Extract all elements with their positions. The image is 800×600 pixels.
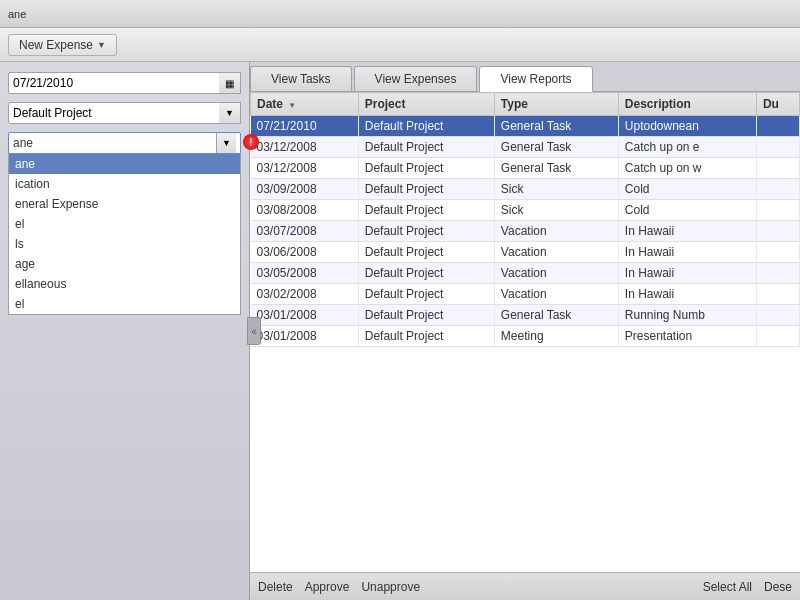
- table-container: Date ▼ Project Type Description: [250, 92, 800, 572]
- cell-project: Default Project: [358, 305, 494, 326]
- left-panel: « ▦ ▼ ane ▼ ane ic: [0, 62, 250, 600]
- tab-view-tasks[interactable]: View Tasks: [250, 66, 352, 91]
- select-all-button[interactable]: Select All: [703, 580, 752, 594]
- cell-type: Vacation: [494, 284, 618, 305]
- cell-project: Default Project: [358, 221, 494, 242]
- tab-view-tasks-label: View Tasks: [271, 72, 331, 86]
- cell-description: In Hawaii: [618, 221, 756, 242]
- tab-view-reports[interactable]: View Reports: [479, 66, 592, 92]
- cell-date: 03/01/2008: [251, 326, 359, 347]
- cell-du: [756, 284, 799, 305]
- cell-date: 03/07/2008: [251, 221, 359, 242]
- type-field: ane ▼ ane ication eneral Expense el ls a…: [8, 132, 241, 154]
- cell-du: [756, 158, 799, 179]
- table-row[interactable]: 07/21/2010Default ProjectGeneral TaskUpt…: [251, 116, 800, 137]
- cell-du: [756, 305, 799, 326]
- cell-du: [756, 179, 799, 200]
- new-expense-label: New Expense: [19, 38, 93, 52]
- cell-date: 03/01/2008: [251, 305, 359, 326]
- project-input[interactable]: [8, 102, 241, 124]
- cell-date: 03/09/2008: [251, 179, 359, 200]
- cell-date: 03/02/2008: [251, 284, 359, 305]
- table-row[interactable]: 03/09/2008Default ProjectSickCold: [251, 179, 800, 200]
- date-field: ▦: [8, 72, 241, 94]
- table-row[interactable]: 03/02/2008Default ProjectVacationIn Hawa…: [251, 284, 800, 305]
- project-select-wrapper: ▼: [8, 102, 241, 124]
- table-row[interactable]: 03/06/2008Default ProjectVacationIn Hawa…: [251, 242, 800, 263]
- cell-du: [756, 221, 799, 242]
- table-row[interactable]: 03/12/2008Default ProjectGeneral TaskCat…: [251, 158, 800, 179]
- table-row[interactable]: 03/12/2008Default ProjectGeneral TaskCat…: [251, 137, 800, 158]
- cell-du: [756, 263, 799, 284]
- cell-description: In Hawaii: [618, 263, 756, 284]
- cell-project: Default Project: [358, 284, 494, 305]
- col-date[interactable]: Date ▼: [251, 93, 359, 116]
- type-option-age[interactable]: age: [9, 254, 240, 274]
- new-expense-button[interactable]: New Expense ▼: [8, 34, 117, 56]
- cell-description: Catch up on e: [618, 137, 756, 158]
- type-option-ls[interactable]: ls: [9, 234, 240, 254]
- cell-date: 03/06/2008: [251, 242, 359, 263]
- cell-project: Default Project: [358, 158, 494, 179]
- type-option-ane[interactable]: ane: [9, 154, 240, 174]
- table-row[interactable]: 03/07/2008Default ProjectVacationIn Hawa…: [251, 221, 800, 242]
- delete-button[interactable]: Delete: [258, 580, 293, 594]
- type-option-el2[interactable]: el: [9, 294, 240, 314]
- tab-view-expenses[interactable]: View Expenses: [354, 66, 478, 91]
- cell-du: [756, 116, 799, 137]
- type-option-el1[interactable]: el: [9, 214, 240, 234]
- cell-project: Default Project: [358, 263, 494, 284]
- cell-description: Uptodownean: [618, 116, 756, 137]
- date-calendar-button[interactable]: ▦: [219, 72, 241, 94]
- date-input[interactable]: [8, 72, 241, 94]
- cell-description: In Hawaii: [618, 242, 756, 263]
- table-row[interactable]: 03/08/2008Default ProjectSickCold: [251, 200, 800, 221]
- unapprove-button[interactable]: Unapprove: [361, 580, 420, 594]
- collapse-icon: «: [251, 326, 257, 337]
- type-dropdown-container: ane ▼ ane ication eneral Expense el ls a…: [8, 132, 241, 154]
- cell-description: In Hawaii: [618, 284, 756, 305]
- cell-type: Meeting: [494, 326, 618, 347]
- cell-date: 03/12/2008: [251, 137, 359, 158]
- project-field: ▼: [8, 102, 241, 124]
- cell-project: Default Project: [358, 242, 494, 263]
- table-row[interactable]: 03/01/2008Default ProjectGeneral TaskRun…: [251, 305, 800, 326]
- type-option-ellaneous[interactable]: ellaneous: [9, 274, 240, 294]
- cell-date: 03/08/2008: [251, 200, 359, 221]
- type-option-general-expense[interactable]: eneral Expense: [9, 194, 240, 214]
- cell-du: [756, 242, 799, 263]
- tab-view-expenses-label: View Expenses: [375, 72, 457, 86]
- cell-type: Sick: [494, 200, 618, 221]
- type-dropdown-arrow: ▼: [216, 133, 236, 153]
- type-selected-text: ane: [13, 136, 33, 150]
- cell-project: Default Project: [358, 137, 494, 158]
- table-row[interactable]: 03/05/2008Default ProjectVacationIn Hawa…: [251, 263, 800, 284]
- col-du[interactable]: Du: [756, 93, 799, 116]
- cell-description: Cold: [618, 200, 756, 221]
- table-row[interactable]: 03/01/2008Default ProjectMeetingPresenta…: [251, 326, 800, 347]
- col-project[interactable]: Project: [358, 93, 494, 116]
- cell-date: 03/12/2008: [251, 158, 359, 179]
- cell-du: [756, 137, 799, 158]
- cell-description: Presentation: [618, 326, 756, 347]
- type-option-ication[interactable]: ication: [9, 174, 240, 194]
- new-expense-dropdown-arrow: ▼: [97, 40, 106, 50]
- cell-project: Default Project: [358, 179, 494, 200]
- deselect-button[interactable]: Dese: [764, 580, 792, 594]
- table-header-row: Date ▼ Project Type Description: [251, 93, 800, 116]
- approve-button[interactable]: Approve: [305, 580, 350, 594]
- main-table: Date ▼ Project Type Description: [250, 92, 800, 347]
- cell-type: General Task: [494, 158, 618, 179]
- title-text: ane: [8, 8, 26, 20]
- cell-du: [756, 326, 799, 347]
- bottom-bar: Delete Approve Unapprove Select All Dese: [250, 572, 800, 600]
- cell-project: Default Project: [358, 200, 494, 221]
- cell-type: Vacation: [494, 242, 618, 263]
- collapse-button[interactable]: «: [247, 317, 261, 345]
- cell-description: Running Numb: [618, 305, 756, 326]
- type-dropdown-selected[interactable]: ane ▼: [8, 132, 241, 154]
- tabs-bar: View Tasks View Expenses View Reports: [250, 62, 800, 92]
- col-description[interactable]: Description: [618, 93, 756, 116]
- col-type[interactable]: Type: [494, 93, 618, 116]
- cell-description: Cold: [618, 179, 756, 200]
